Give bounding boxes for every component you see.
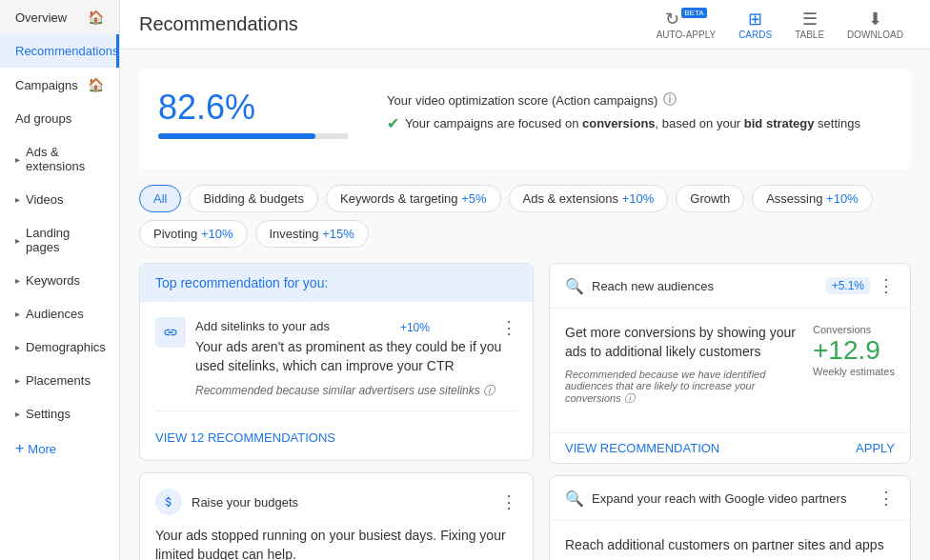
- table-icon: ☰: [802, 9, 818, 30]
- filter-tab-badge: +15%: [322, 227, 354, 241]
- topbar-actions: ↻BETA AUTO-APPLY ⊞ CARDS ☰ TABLE ⬇ DOWNL…: [649, 5, 911, 44]
- plus-icon: +: [15, 440, 24, 457]
- chevron-right-icon: ▸: [15, 275, 20, 286]
- filter-tab-keywords[interactable]: Keywords & targeting +5%: [326, 185, 501, 212]
- chevron-right-icon: ▸: [15, 194, 20, 205]
- budget-desc: Your ads stopped running on your busiest…: [155, 527, 517, 560]
- stat-row: Get more conversions by showing your ads…: [565, 324, 895, 417]
- stat-label: Conversions: [813, 324, 895, 335]
- sidebar-item-ad-groups[interactable]: Ad groups: [0, 102, 119, 135]
- sidebar-item-settings[interactable]: ▸ Settings: [0, 397, 119, 430]
- reach-card-title: Reach new audiences: [592, 279, 819, 293]
- sidebar-item-keywords[interactable]: ▸ Keywords: [0, 264, 119, 297]
- sidebar-item-label: Placements: [26, 373, 91, 388]
- home-icon: 🏠: [88, 10, 104, 25]
- reach-more-icon[interactable]: ⋮: [878, 275, 895, 296]
- apply-button[interactable]: APPLY: [856, 441, 895, 455]
- rec-card-body: Add sitelinks to your ads +10% ⋮ Your ad…: [140, 302, 533, 460]
- sidebar-item-label: Ad groups: [15, 111, 71, 126]
- rec-header-text: Top recommendation for you:: [155, 275, 328, 290]
- view-recommendations-link[interactable]: VIEW 12 RECOMMENDATIONS: [155, 423, 517, 445]
- budget-title: Raise your budgets: [192, 495, 500, 510]
- auto-apply-button[interactable]: ↻BETA AUTO-APPLY: [649, 5, 723, 44]
- filter-tab-label: Keywords & targeting: [340, 191, 458, 206]
- filter-tab-label: Pivoting: [153, 227, 197, 241]
- sidebar: Overview 🏠 Recommendations Campaigns 🏠 A…: [0, 0, 120, 560]
- budget-card-header: Raise your budgets ⋮: [155, 489, 517, 515]
- left-column: Top recommendation for you: Add sitelink…: [139, 263, 534, 560]
- sidebar-item-ads-extensions[interactable]: ▸ Ads & extensions: [0, 135, 119, 183]
- filter-tabs: All Bidding & budgets Keywords & targeti…: [139, 185, 911, 248]
- filter-tab-bidding[interactable]: Bidding & budgets: [189, 185, 318, 212]
- sidebar-item-label: Ads & extensions: [26, 145, 104, 173]
- video-card-header: 🔍 Expand your reach with Google video pa…: [550, 476, 910, 521]
- score-desc: Your campaigns are focused on conversion…: [405, 116, 860, 130]
- table-button[interactable]: ☰ TABLE: [787, 5, 832, 44]
- sidebar-item-audiences[interactable]: ▸ Audiences: [0, 297, 119, 330]
- cards-grid: Top recommendation for you: Add sitelink…: [139, 263, 911, 560]
- sidebar-item-recommendations[interactable]: Recommendations: [0, 34, 119, 68]
- sidebar-item-campaigns[interactable]: Campaigns 🏠: [0, 68, 119, 102]
- score-value: 82.6%: [158, 88, 349, 128]
- auto-apply-icon: ↻BETA: [665, 9, 706, 30]
- budget-icon: [155, 489, 182, 515]
- info-icon[interactable]: ⓘ: [663, 91, 677, 109]
- table-label: TABLE: [795, 30, 824, 40]
- sidebar-item-label: Audiences: [26, 307, 84, 321]
- filter-tab-investing[interactable]: Investing +15%: [255, 220, 369, 248]
- filter-tab-label: Investing: [270, 227, 319, 241]
- budget-more-icon[interactable]: ⋮: [500, 491, 517, 512]
- check-icon: ✔: [387, 114, 399, 132]
- sidebar-item-landing-pages[interactable]: ▸ Landing pages: [0, 216, 119, 264]
- sidebar-item-videos[interactable]: ▸ Videos: [0, 183, 119, 216]
- filter-tab-label: Growth: [690, 191, 730, 206]
- sidebar-item-label: Landing pages: [26, 226, 104, 254]
- score-title-row: Your video optimization score (Action ca…: [387, 91, 860, 109]
- sidebar-item-more[interactable]: + More: [0, 430, 119, 467]
- sitelinks-icon: [155, 317, 186, 348]
- rec-item-title: Add sitelinks to your ads: [195, 319, 330, 333]
- chevron-right-icon: ▸: [15, 409, 20, 419]
- filter-tab-ads-ext[interactable]: Ads & extensions +10%: [509, 185, 669, 212]
- sidebar-item-label: Keywords: [26, 273, 80, 288]
- reach-card-footer: VIEW RECOMMENDATION APPLY: [550, 432, 910, 463]
- filter-tab-badge: +10%: [622, 191, 655, 206]
- rec-item-reason: Recommended because similar advertisers …: [195, 383, 517, 399]
- sidebar-item-overview[interactable]: Overview 🏠: [0, 0, 119, 34]
- google-video-card: 🔍 Expand your reach with Google video pa…: [549, 475, 911, 560]
- view-recommendation-link[interactable]: VIEW RECOMMENDATION: [565, 441, 719, 455]
- filter-tab-badge: +10%: [826, 191, 859, 206]
- score-section: 82.6% Your video optimization score (Act…: [139, 69, 911, 170]
- top-recommendation-card: Top recommendation for you: Add sitelink…: [139, 263, 534, 461]
- filter-tab-growth[interactable]: Growth: [676, 185, 744, 212]
- filter-tab-assessing[interactable]: Assessing +10%: [752, 185, 873, 212]
- chevron-right-icon: ▸: [15, 342, 20, 352]
- filter-tab-label: All: [153, 191, 167, 206]
- sidebar-item-label: Recommendations: [15, 44, 118, 58]
- sidebar-item-label: More: [28, 442, 56, 456]
- main-content: Recommendations ↻BETA AUTO-APPLY ⊞ CARDS…: [120, 0, 930, 560]
- sidebar-item-placements[interactable]: ▸ Placements: [0, 364, 119, 397]
- chevron-right-icon: ▸: [15, 375, 20, 386]
- score-desc-row: ✔ Your campaigns are focused on conversi…: [387, 114, 860, 132]
- cards-icon: ⊞: [748, 9, 762, 30]
- rec-card-header: Top recommendation for you:: [140, 264, 533, 302]
- stat-sub: Weekly estimates: [813, 366, 895, 377]
- sidebar-item-demographics[interactable]: ▸ Demographics: [0, 330, 119, 364]
- filter-tab-label: Ads & extensions: [523, 191, 618, 206]
- home-icon: 🏠: [88, 77, 104, 92]
- reach-card-reason: Recommended because we have identified a…: [565, 369, 798, 406]
- filter-tab-pivoting[interactable]: Pivoting +10%: [139, 220, 248, 248]
- search-icon: 🔍: [565, 490, 584, 508]
- sidebar-item-label: Demographics: [26, 340, 106, 354]
- video-more-icon[interactable]: ⋮: [878, 488, 895, 509]
- more-options-icon[interactable]: ⋮: [500, 317, 517, 338]
- sidebar-item-label: Settings: [26, 407, 71, 421]
- reach-card-body: Get more conversions by showing your ads…: [550, 309, 910, 432]
- reach-audiences-card: 🔍 Reach new audiences +5.1% ⋮ Get more c…: [549, 263, 911, 464]
- download-icon: ⬇: [868, 9, 882, 30]
- filter-tab-all[interactable]: All: [139, 185, 181, 212]
- download-button[interactable]: ⬇ DOWNLOAD: [839, 5, 911, 44]
- cards-button[interactable]: ⊞ CARDS: [731, 5, 779, 44]
- budget-card: Raise your budgets ⋮ Your ads stopped ru…: [139, 472, 534, 560]
